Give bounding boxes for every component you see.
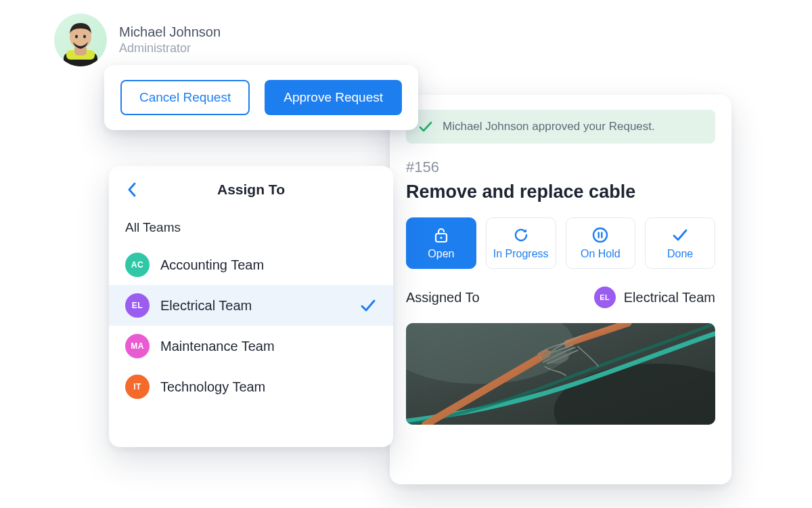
svg-rect-11 — [601, 232, 602, 238]
task-title: Remove and replace cable — [406, 182, 715, 203]
status-label: On Hold — [581, 248, 621, 260]
user-header: Michael Johnson Administrator — [54, 14, 221, 66]
user-name: Michael Johnson — [119, 24, 221, 40]
cancel-request-button[interactable]: Cancel Request — [120, 80, 250, 115]
refresh-icon — [512, 226, 530, 244]
assign-title: Assign To — [217, 182, 285, 198]
chevron-left-icon — [127, 182, 137, 198]
check-icon — [671, 226, 689, 244]
status-done[interactable]: Done — [645, 217, 715, 269]
status-open[interactable]: Open — [406, 217, 476, 269]
user-role: Administrator — [119, 41, 221, 56]
team-name: Electrical Team — [160, 298, 348, 314]
svg-point-6 — [83, 35, 86, 39]
team-list: AC Accounting Team EL Electrical Team MA… — [109, 245, 393, 407]
check-icon — [418, 119, 433, 134]
team-badge: EL — [594, 287, 616, 308]
task-photo[interactable] — [406, 323, 715, 425]
status-picker: Open In Progress On Hold Done — [406, 217, 715, 269]
avatar — [54, 14, 107, 66]
team-row-maintenance[interactable]: MA Maintenance Team — [109, 326, 393, 366]
all-teams-label: All Teams — [109, 213, 393, 245]
task-id: #156 — [406, 158, 715, 176]
team-badge: EL — [125, 293, 150, 318]
assigned-to-row[interactable]: Assigned To EL Electrical Team — [406, 287, 715, 308]
team-row-technology[interactable]: IT Technology Team — [109, 366, 393, 407]
unlock-icon — [432, 226, 450, 244]
svg-point-15 — [542, 350, 569, 364]
check-icon — [359, 297, 377, 314]
svg-point-8 — [440, 236, 442, 238]
status-label: Open — [428, 248, 454, 260]
request-action-card: Cancel Request Approve Request — [104, 65, 418, 130]
team-name: Maintenance Team — [160, 339, 377, 354]
pause-icon — [591, 226, 609, 244]
team-badge: AC — [125, 253, 150, 277]
assign-to-panel: Assign To All Teams AC Accounting Team E… — [109, 166, 393, 447]
team-row-accounting[interactable]: AC Accounting Team — [109, 245, 393, 285]
back-button[interactable] — [122, 180, 141, 199]
svg-point-9 — [593, 228, 607, 242]
team-badge: MA — [125, 334, 150, 358]
approve-request-button[interactable]: Approve Request — [265, 80, 402, 115]
task-detail-panel: Michael Johnson approved your Request. #… — [390, 95, 731, 484]
team-name: Accounting Team — [160, 257, 377, 273]
svg-point-5 — [75, 35, 78, 39]
status-onhold[interactable]: On Hold — [566, 217, 636, 269]
svg-rect-10 — [598, 232, 600, 238]
status-label: Done — [667, 248, 693, 260]
team-row-electrical[interactable]: EL Electrical Team — [109, 285, 393, 326]
status-inprogress[interactable]: In Progress — [486, 217, 556, 269]
status-label: In Progress — [493, 248, 549, 260]
approval-banner: Michael Johnson approved your Request. — [406, 110, 715, 144]
assigned-to-label: Assigned To — [406, 290, 480, 305]
team-badge: IT — [125, 375, 150, 399]
approval-message: Michael Johnson approved your Request. — [443, 120, 655, 133]
team-name: Technology Team — [160, 379, 377, 395]
assigned-team-name: Electrical Team — [624, 290, 715, 305]
